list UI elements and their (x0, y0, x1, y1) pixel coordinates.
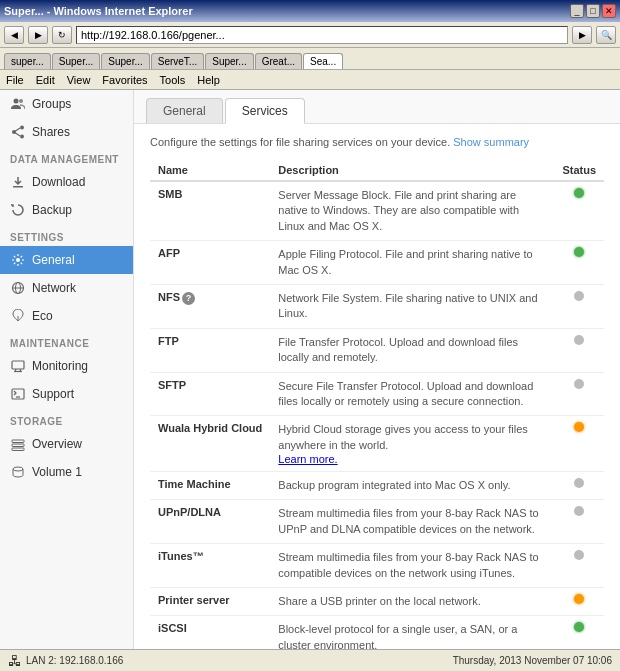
service-name-cell: Printer server (150, 588, 270, 616)
service-name-cell: NFS? (150, 284, 270, 328)
service-description: Backup program integrated into Mac OS X … (278, 479, 510, 491)
service-name-cell: SFTP (150, 372, 270, 416)
status-dot (574, 506, 584, 516)
help-icon[interactable]: ? (182, 292, 195, 305)
sidebar-label-network: Network (32, 281, 76, 295)
table-row[interactable]: Time MachineBackup program integrated in… (150, 472, 604, 500)
sidebar-label-shares: Shares (32, 125, 70, 139)
page-tab-bar: General Services (134, 90, 620, 124)
volume-icon (10, 464, 26, 480)
sidebar-item-eco[interactable]: Eco (0, 302, 133, 330)
svg-line-6 (14, 132, 20, 136)
service-name: AFP (158, 247, 180, 259)
table-row[interactable]: AFPApple Filing Protocol. File and print… (150, 241, 604, 285)
search-button[interactable]: 🔍 (596, 26, 616, 44)
sidebar-item-general[interactable]: General (0, 246, 133, 274)
backup-icon (10, 202, 26, 218)
service-description-cell: Apple Filing Protocol. File and print sh… (270, 241, 554, 285)
section-data-management: DATA MANAGEMENT (0, 146, 133, 168)
monitoring-icon (10, 358, 26, 374)
table-row[interactable]: NFS?Network File System. File sharing na… (150, 284, 604, 328)
address-text: http://192.168.0.166/pgener... (81, 29, 225, 41)
table-row[interactable]: SFTPSecure File Transfer Protocol. Uploa… (150, 372, 604, 416)
forward-button[interactable]: ▶ (28, 26, 48, 44)
service-description: Hybrid Cloud storage gives you access to… (278, 423, 527, 450)
show-summary-link[interactable]: Show summary (453, 136, 529, 148)
datetime-text: Thursday, 2013 November 07 10:06 (453, 655, 612, 666)
minimize-button[interactable]: _ (570, 4, 584, 18)
browser-tab-3[interactable]: ServeT... (151, 53, 204, 69)
back-button[interactable]: ◀ (4, 26, 24, 44)
nav-bar: ◀ ▶ ↻ http://192.168.0.166/pgener... ▶ 🔍 (0, 22, 620, 48)
sidebar-label-groups: Groups (32, 97, 71, 111)
sidebar-item-monitoring[interactable]: Monitoring (0, 352, 133, 380)
service-description-cell: Backup program integrated into Mac OS X … (270, 472, 554, 500)
browser-tab-6[interactable]: Sea... (303, 53, 343, 69)
overview-icon (10, 436, 26, 452)
status-dot (574, 422, 584, 432)
col-description: Description (270, 160, 554, 181)
sidebar-item-backup[interactable]: Backup (0, 196, 133, 224)
refresh-button[interactable]: ↻ (52, 26, 72, 44)
browser-tab-0[interactable]: super... (4, 53, 51, 69)
menu-help[interactable]: Help (197, 74, 220, 86)
menu-favorites[interactable]: Favorites (102, 74, 147, 86)
svg-point-0 (14, 99, 19, 104)
section-storage: STORAGE (0, 408, 133, 430)
sidebar-item-volume1[interactable]: Volume 1 (0, 458, 133, 486)
menu-edit[interactable]: Edit (36, 74, 55, 86)
menu-file[interactable]: File (6, 74, 24, 86)
service-name-cell: AFP (150, 241, 270, 285)
service-status-cell (554, 181, 604, 241)
service-description: Server Message Block. File and print sha… (278, 189, 519, 232)
table-row[interactable]: FTPFile Transfer Protocol. Upload and do… (150, 328, 604, 372)
browser-tab-1[interactable]: Super... (52, 53, 100, 69)
service-description: Secure File Transfer Protocol. Upload an… (278, 380, 533, 407)
status-dot (574, 550, 584, 560)
menu-view[interactable]: View (67, 74, 91, 86)
table-row[interactable]: UPnP/DLNAStream multimedia files from yo… (150, 500, 604, 544)
sidebar-item-overview[interactable]: Overview (0, 430, 133, 458)
maximize-button[interactable]: □ (586, 4, 600, 18)
service-name-cell: iSCSI (150, 616, 270, 649)
table-row[interactable]: Printer serverShare a USB printer on the… (150, 588, 604, 616)
sidebar-item-support[interactable]: Support (0, 380, 133, 408)
service-name-cell: Wuala Hybrid Cloud (150, 416, 270, 472)
table-row[interactable]: iTunes™Stream multimedia files from your… (150, 544, 604, 588)
svg-rect-7 (13, 186, 23, 188)
sidebar: Groups Shares DATA MANAGEMENT Download B… (0, 90, 134, 649)
table-row[interactable]: iSCSIBlock-level protocol for a single u… (150, 616, 604, 649)
section-maintenance: MAINTENANCE (0, 330, 133, 352)
general-icon (10, 252, 26, 268)
groups-icon (10, 96, 26, 112)
sidebar-item-shares[interactable]: Shares (0, 118, 133, 146)
tab-services[interactable]: Services (225, 98, 305, 124)
sidebar-label-overview: Overview (32, 437, 82, 451)
browser-tab-4[interactable]: Super... (205, 53, 253, 69)
table-row[interactable]: SMBServer Message Block. File and print … (150, 181, 604, 241)
service-status-cell (554, 284, 604, 328)
browser-tab-5[interactable]: Great... (255, 53, 302, 69)
service-name: SFTP (158, 379, 186, 391)
section-settings: SETTINGS (0, 224, 133, 246)
tab-general[interactable]: General (146, 98, 223, 123)
service-status-cell (554, 500, 604, 544)
sidebar-item-download[interactable]: Download (0, 168, 133, 196)
menu-tools[interactable]: Tools (160, 74, 186, 86)
sidebar-item-network[interactable]: Network (0, 274, 133, 302)
sidebar-label-eco: Eco (32, 309, 53, 323)
browser-tab-2[interactable]: Super... (101, 53, 149, 69)
service-description-cell: Server Message Block. File and print sha… (270, 181, 554, 241)
close-button[interactable]: ✕ (602, 4, 616, 18)
svg-rect-18 (12, 440, 24, 443)
sidebar-item-groups[interactable]: Groups (0, 90, 133, 118)
service-description: Network File System. File sharing native… (278, 292, 537, 319)
service-learn-more-link[interactable]: Learn more. (278, 453, 337, 465)
browser-tabs-bar: super... Super... Super... ServeT... Sup… (0, 48, 620, 70)
table-row[interactable]: Wuala Hybrid CloudHybrid Cloud storage g… (150, 416, 604, 472)
service-status-cell (554, 372, 604, 416)
sidebar-label-general: General (32, 253, 75, 267)
address-bar[interactable]: http://192.168.0.166/pgener... (76, 26, 568, 44)
network-icon: 🖧 (8, 653, 22, 669)
go-button[interactable]: ▶ (572, 26, 592, 44)
